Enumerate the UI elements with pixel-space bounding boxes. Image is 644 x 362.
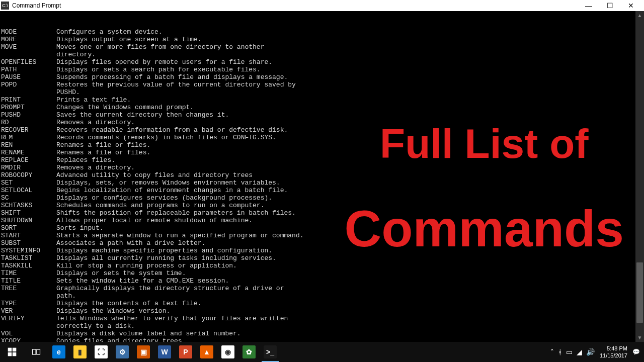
start-button[interactable] [0, 342, 24, 362]
svg-rect-3 [13, 352, 17, 356]
scroll-down-arrow[interactable]: ▼ [635, 333, 644, 342]
volume-icon[interactable]: 🔊 [586, 348, 595, 356]
command-description: Configures a system device. [56, 28, 163, 36]
taskbar-app-word[interactable]: W [154, 342, 175, 362]
command-row: SHIFTShifts the position of replaceable … [1, 209, 644, 217]
command-description: Renames a file or files. [56, 141, 150, 149]
terminal-output[interactable]: MODEConfigures a system device.MOREDispl… [0, 11, 644, 342]
command-description: Schedules commands and programs to run o… [56, 202, 264, 209]
system-tray[interactable]: ˄ ᚼ ▭ ◢ 🔊 [550, 348, 595, 356]
vertical-scrollbar[interactable]: ▲ ▼ [635, 11, 644, 342]
command-description: Removes a directory. [56, 119, 135, 126]
command-name: SHUTDOWN [1, 217, 56, 224]
powerpoint-icon: P [179, 345, 192, 358]
taskbar-app-edge[interactable]: e [48, 342, 69, 362]
close-button[interactable]: ✕ [625, 2, 637, 9]
command-description: Sets the window title for a CMD.EXE sess… [56, 277, 229, 285]
svg-rect-2 [8, 352, 12, 356]
svg-rect-0 [8, 348, 12, 352]
command-name: PAUSE [1, 73, 56, 81]
command-description: Prints a text file. [56, 96, 131, 104]
command-row: RDRemoves a directory. [1, 119, 644, 126]
command-row: ROBOCOPYAdvanced utility to copy files a… [1, 171, 644, 179]
command-row: SUBSTAssociates a path with a drive lett… [1, 239, 644, 247]
command-name: MOVE [1, 43, 56, 58]
taskbar: e▮⛶⚙▣WP▲◉✿>_ ˄ ᚼ ▭ ◢ 🔊 5:48 PM 11/15/201… [0, 342, 644, 362]
taskbar-app-store[interactable]: ⛶ [91, 342, 112, 362]
command-description: Moves one or more files from one directo… [56, 43, 264, 58]
command-description: Removes a directory. [56, 164, 135, 171]
command-row: MODEConfigures a system device. [1, 28, 644, 36]
task-view-icon [31, 347, 41, 357]
scroll-up-arrow[interactable]: ▲ [635, 11, 644, 20]
command-name: VOL [1, 330, 56, 337]
command-name: SCHTASKS [1, 202, 56, 209]
command-description: Restores the previous value of the curre… [56, 81, 296, 96]
taskbar-app-app-green[interactable]: ✿ [238, 342, 260, 362]
command-name: SORT [1, 224, 56, 232]
command-row: SORTSorts input. [1, 224, 644, 232]
taskbar-app-chrome[interactable]: ◉ [217, 342, 238, 362]
command-row: SCDisplays or configures services (backg… [1, 194, 644, 202]
scrollbar-thumb[interactable] [636, 262, 643, 323]
taskbar-app-app-orange[interactable]: ▣ [133, 342, 154, 362]
command-name: VERIFY [1, 315, 56, 330]
command-row: REMRecords comments (remarks) in batch f… [1, 134, 644, 141]
maximize-button[interactable]: ☐ [604, 2, 616, 9]
command-name: PROMPT [1, 104, 56, 111]
svg-rect-4 [33, 349, 36, 354]
command-row: STARTStarts a separate window to run a s… [1, 232, 644, 239]
command-name: OPENFILES [1, 58, 56, 66]
taskbar-clock[interactable]: 5:48 PM 11/15/2017 [600, 345, 627, 359]
command-row: TASKKILLKill or stop a running process o… [1, 262, 644, 269]
command-description: Kill or stop a running process or applic… [56, 262, 237, 269]
command-description: Displays or configures services (backgro… [56, 194, 272, 202]
vlc-icon: ▲ [200, 345, 213, 358]
command-name: SETLOCAL [1, 187, 56, 194]
command-row: TYPEDisplays the contents of a text file… [1, 300, 644, 307]
command-description: Changes the Windows command prompt. [56, 104, 194, 111]
command-description: Shifts the position of replaceable param… [56, 209, 296, 217]
command-name: PRINT [1, 96, 56, 104]
command-row: SETLOCALBegins localization of environme… [1, 187, 644, 194]
chrome-icon: ◉ [221, 345, 234, 358]
command-name: REN [1, 141, 56, 149]
minimize-button[interactable]: — [583, 2, 595, 9]
taskbar-app-settings[interactable]: ⚙ [112, 342, 133, 362]
clock-time: 5:48 PM [600, 345, 627, 352]
battery-icon[interactable]: ▭ [566, 348, 573, 356]
command-row: SCHTASKSSchedules commands and programs … [1, 202, 644, 209]
command-name: REM [1, 134, 56, 141]
taskbar-app-file-explorer[interactable]: ▮ [69, 342, 91, 362]
command-description: Displays or sets a search path for execu… [56, 66, 261, 73]
command-row: REPLACEReplaces files. [1, 156, 644, 164]
command-row: MOREDisplays output one screen at a time… [1, 36, 644, 43]
command-name: SHIFT [1, 209, 56, 217]
task-view-button[interactable] [24, 342, 48, 362]
command-row: RECOVERRecovers readable information fro… [1, 126, 644, 134]
command-description: Suspends processing of a batch file and … [56, 73, 288, 81]
command-row: TREEGraphically displays the directory s… [1, 285, 644, 300]
command-name: ROBOCOPY [1, 171, 56, 179]
command-row: XCOPYCopies files and directory trees. [1, 337, 644, 342]
command-row: SETDisplays, sets, or removes Windows en… [1, 179, 644, 187]
taskbar-app-powerpoint[interactable]: P [175, 342, 196, 362]
notifications-icon[interactable]: 💬 [632, 348, 640, 355]
taskbar-app-cmd[interactable]: >_ [260, 342, 281, 362]
window-titlebar: C:\ Command Prompt — ☐ ✕ [0, 0, 644, 11]
taskbar-app-vlc[interactable]: ▲ [196, 342, 217, 362]
command-row: SHUTDOWNAllows proper local or remote sh… [1, 217, 644, 224]
command-description: Displays the Windows version. [56, 307, 170, 315]
wifi-icon[interactable]: ◢ [577, 348, 582, 356]
command-row: TIMEDisplays or sets the system time. [1, 269, 644, 277]
command-row: PUSHDSaves the current directory then ch… [1, 111, 644, 119]
command-row: VOLDisplays a disk volume label and seri… [1, 330, 644, 337]
command-description: Tells Windows whether to verify that you… [56, 315, 288, 330]
command-name: POPD [1, 81, 56, 96]
bluetooth-icon[interactable]: ᚼ [558, 348, 562, 356]
command-row: POPDRestores the previous value of the c… [1, 81, 644, 96]
command-description: Displays the contents of a text file. [56, 300, 202, 307]
command-name: RECOVER [1, 126, 56, 134]
tray-chevron-icon[interactable]: ˄ [550, 348, 554, 356]
app-icon: C:\ [1, 2, 9, 10]
